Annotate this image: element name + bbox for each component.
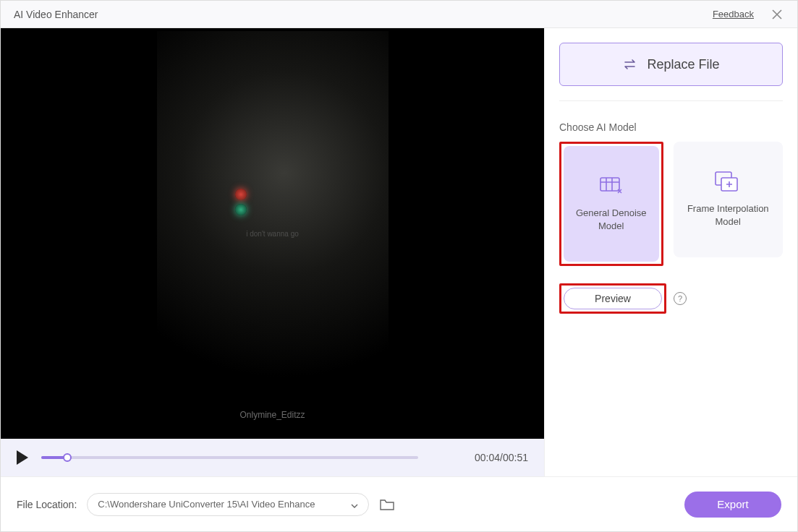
left-pane: i don't wanna go Onlymine_Editzz 00:04/0… — [1, 28, 544, 476]
swap-icon — [622, 59, 638, 70]
export-button[interactable]: Export — [684, 492, 781, 518]
preview-button[interactable]: Preview — [564, 288, 662, 309]
close-icon[interactable] — [770, 7, 784, 22]
preview-row: Preview ? — [559, 283, 783, 314]
titlebar: AI Video Enhancer Feedback — [1, 1, 797, 28]
model-label: General Denoise Model — [571, 207, 652, 233]
player-controls: 00:04/00:51 — [1, 439, 544, 476]
model-label: Frame Interpolation Model — [681, 202, 776, 228]
app-window: AI Video Enhancer Feedback i don't wanna… — [0, 0, 798, 532]
export-label: Export — [717, 498, 748, 510]
model-frame-interpolation[interactable]: Frame Interpolation Model — [674, 142, 784, 257]
folder-icon[interactable] — [379, 498, 395, 511]
highlight-preview: Preview — [559, 283, 666, 314]
preview-label: Preview — [595, 293, 631, 304]
file-location-label: File Location: — [17, 499, 77, 510]
play-icon[interactable] — [17, 450, 28, 465]
video-frame: i don't wanna go Onlymine_Editzz — [157, 31, 389, 436]
body: i don't wanna go Onlymine_Editzz 00:04/0… — [1, 28, 797, 476]
video-caption: i don't wanna go — [246, 230, 299, 238]
video-preview[interactable]: i don't wanna go Onlymine_Editzz — [1, 28, 544, 439]
time-display: 00:04/00:51 — [475, 452, 528, 463]
denoise-icon — [598, 175, 625, 197]
file-location-select[interactable]: C:\Wondershare UniConverter 15\AI Video … — [87, 493, 369, 516]
footer-bar: File Location: C:\Wondershare UniConvert… — [1, 476, 797, 531]
seek-thumb[interactable] — [63, 453, 72, 462]
file-location-path: C:\Wondershare UniConverter 15\AI Video … — [98, 499, 315, 510]
traffic-light-graphic — [235, 185, 252, 220]
window-title: AI Video Enhancer — [14, 9, 713, 20]
replace-file-label: Replace File — [647, 57, 719, 72]
interpolation-icon — [714, 171, 742, 192]
replace-file-button[interactable]: Replace File — [559, 43, 783, 86]
help-icon[interactable]: ? — [674, 292, 687, 305]
feedback-link[interactable]: Feedback — [713, 9, 754, 20]
model-grid: General Denoise Model Frame Interpolatio… — [559, 142, 783, 266]
highlight-selected-model: General Denoise Model — [559, 142, 663, 266]
svg-rect-0 — [600, 178, 619, 191]
seek-slider[interactable] — [41, 456, 418, 459]
model-general-denoise[interactable]: General Denoise Model — [564, 146, 659, 262]
chevron-down-icon — [351, 501, 358, 508]
right-panel: Replace File Choose AI Model General Den… — [544, 28, 797, 476]
choose-model-label: Choose AI Model — [559, 121, 783, 133]
video-watermark: Onlymine_Editzz — [239, 410, 305, 420]
